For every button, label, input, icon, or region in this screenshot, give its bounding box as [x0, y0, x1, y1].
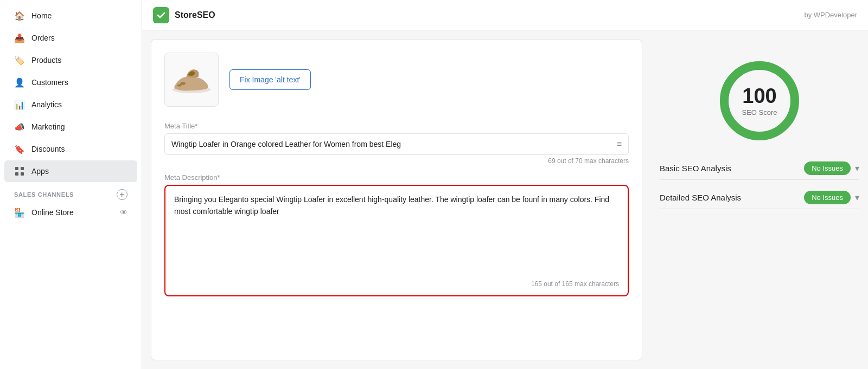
products-icon: 🏷️ — [14, 55, 25, 66]
meta-title-input[interactable]: Wingtip Loafer in Orange colored Leather… — [164, 133, 629, 155]
seo-score-ring: 100 SEO Score — [716, 57, 803, 144]
sidebar-item-label: Analytics — [31, 100, 62, 109]
brand-logo — [153, 7, 169, 23]
header-by-label: by WPDeveloper — [804, 11, 857, 19]
meta-desc-value[interactable]: Bringing you Eleganto special Wingtip Lo… — [174, 193, 619, 248]
brand: StoreSEO — [153, 7, 215, 23]
detailed-seo-badge: No Issues — [804, 191, 851, 204]
analytics-icon: 📊 — [14, 99, 25, 110]
brand-name: StoreSEO — [175, 10, 215, 20]
svg-rect-3 — [21, 172, 24, 176]
eye-icon: 👁 — [120, 208, 127, 217]
product-header: Fix Image 'alt text' — [164, 53, 629, 107]
sidebar-item-analytics[interactable]: 📊 Analytics — [4, 94, 137, 115]
meta-title-label: Meta Title* — [164, 122, 629, 130]
fix-alt-text-button[interactable]: Fix Image 'alt text' — [229, 69, 311, 90]
basic-seo-chevron-icon[interactable]: ▾ — [855, 163, 859, 173]
sidebar-item-label: Discounts — [31, 145, 65, 153]
text-icon: ≡ — [617, 139, 622, 149]
sales-channels-label: SALES CHANNELS + — [0, 183, 142, 202]
svg-point-5 — [180, 82, 186, 85]
sidebar-item-customers[interactable]: 👤 Customers — [4, 72, 137, 93]
sidebar-item-orders[interactable]: 📥 Orders — [4, 27, 137, 49]
sidebar-item-label: Apps — [31, 167, 49, 176]
left-panel: Fix Image 'alt text' Meta Title* Wingtip… — [151, 39, 642, 360]
online-store-icon: 🏪 — [14, 207, 25, 218]
sidebar-item-discounts[interactable]: 🔖 Discounts — [4, 138, 137, 160]
svg-point-6 — [177, 84, 182, 86]
sidebar-item-label: Customers — [31, 78, 68, 87]
seo-score-inner: 100 SEO Score — [742, 86, 777, 116]
meta-title-value: Wingtip Loafer in Orange colored Leather… — [171, 140, 612, 148]
discounts-icon: 🔖 — [14, 144, 25, 154]
seo-score-number: 100 — [742, 86, 777, 106]
content-area: Fix Image 'alt text' Meta Title* Wingtip… — [142, 30, 868, 369]
analysis-section: Basic SEO Analysis No Issues ▾ Detailed … — [660, 157, 859, 209]
right-panel: 100 SEO Score Basic SEO Analysis No Issu… — [651, 30, 868, 369]
detailed-seo-right: No Issues ▾ — [804, 191, 859, 204]
basic-seo-badge: No Issues — [804, 161, 851, 175]
sidebar-item-marketing[interactable]: 📣 Marketing — [4, 116, 137, 138]
sidebar-item-label: Home — [31, 11, 52, 20]
meta-desc-container[interactable]: Bringing you Eleganto special Wingtip Lo… — [164, 185, 629, 296]
sidebar-item-products[interactable]: 🏷️ Products — [4, 49, 137, 71]
online-store-label: Online Store — [31, 208, 74, 217]
sidebar-item-home[interactable]: 🏠 Home — [4, 5, 137, 27]
orders-icon: 📥 — [14, 33, 25, 43]
sidebar-item-apps[interactable]: Apps — [4, 160, 137, 182]
svg-rect-2 — [15, 172, 18, 176]
marketing-icon: 📣 — [14, 121, 25, 132]
meta-desc-label: Meta Description* — [164, 173, 629, 182]
svg-rect-0 — [15, 167, 18, 170]
customers-icon: 👤 — [14, 77, 25, 88]
seo-score-container: 100 SEO Score — [716, 57, 803, 144]
add-sales-channel-button[interactable]: + — [117, 189, 127, 200]
sidebar-item-label: Marketing — [31, 122, 65, 131]
meta-desc-char-count: 165 out of 165 max characters — [174, 280, 619, 288]
detailed-seo-chevron-icon[interactable]: ▾ — [855, 192, 859, 203]
meta-title-char-count: 69 out of 70 max characters — [164, 157, 629, 165]
sidebar: 🏠 Home 📥 Orders 🏷️ Products 👤 Customers … — [0, 0, 142, 369]
seo-score-label: SEO Score — [742, 108, 777, 116]
detailed-seo-label: Detailed SEO Analysis — [660, 193, 741, 202]
sidebar-item-label: Orders — [31, 34, 55, 42]
main-content: StoreSEO by WPDeveloper — [142, 0, 868, 369]
product-image — [164, 53, 219, 107]
basic-seo-right: No Issues ▾ — [804, 161, 859, 175]
sidebar-item-online-store[interactable]: 🏪 Online Store 👁 — [4, 203, 137, 222]
apps-icon — [14, 166, 25, 177]
app-header: StoreSEO by WPDeveloper — [142, 0, 868, 30]
basic-seo-row: Basic SEO Analysis No Issues ▾ — [660, 157, 859, 180]
home-icon: 🏠 — [14, 10, 25, 21]
basic-seo-label: Basic SEO Analysis — [660, 164, 731, 173]
svg-rect-1 — [21, 167, 24, 170]
sidebar-item-label: Products — [31, 56, 61, 64]
detailed-seo-row: Detailed SEO Analysis No Issues ▾ — [660, 186, 859, 209]
